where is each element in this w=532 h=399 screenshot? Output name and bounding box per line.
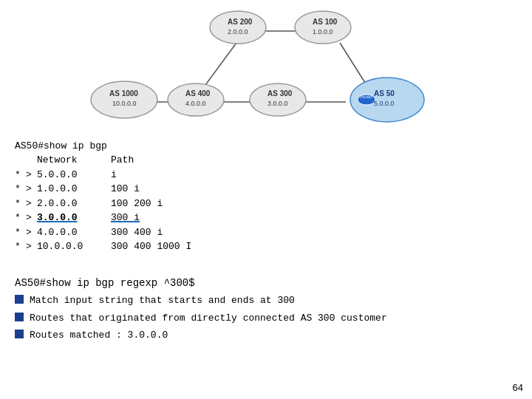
row-path: 300 400 i <box>111 225 259 240</box>
bullet-icon <box>15 295 24 304</box>
svg-line-2 <box>340 43 366 85</box>
col-header-network: Network <box>37 153 111 168</box>
row-prefix: * <box>15 225 26 240</box>
bgp-section: AS50#show ip bgp Network Path * > 5.0.0.… <box>15 140 259 254</box>
regexp-command: AS50#show ip bgp regexp ^300$ <box>15 277 387 289</box>
regexp-section: AS50#show ip bgp regexp ^300$ Match inpu… <box>15 277 387 346</box>
svg-text:AS 100: AS 100 <box>313 18 338 26</box>
bullet-text: Routes that originated from directly con… <box>30 311 387 326</box>
row-network: 5.0.0.0 <box>37 168 111 183</box>
svg-point-6 <box>210 11 266 44</box>
row-gt: > <box>26 182 37 197</box>
svg-text:4.0.0.0: 4.0.0.0 <box>185 100 206 107</box>
svg-text:AS 1000: AS 1000 <box>109 89 138 98</box>
svg-text:5.0.0.0: 5.0.0.0 <box>374 100 395 107</box>
svg-text:AS 200: AS 200 <box>228 18 253 26</box>
row-prefix: * <box>15 239 26 254</box>
row-network: 1.0.0.0 <box>37 182 111 197</box>
bullet-item: Routes matched : 3.0.0.0 <box>15 328 387 343</box>
row-path: 100 200 i <box>111 197 259 211</box>
svg-text:router: router <box>361 95 372 99</box>
row-path: 300 400 1000 I <box>111 239 259 254</box>
svg-line-1 <box>205 43 236 85</box>
row-prefix: * <box>15 182 26 197</box>
row-network: 4.0.0.0 <box>37 225 111 240</box>
bullet-icon <box>15 330 24 338</box>
row-network: 2.0.0.0 <box>37 197 111 211</box>
row-network: 3.0.0.0 <box>37 211 111 225</box>
svg-text:AS 50: AS 50 <box>374 89 395 98</box>
svg-text:10.0.0.0: 10.0.0.0 <box>112 100 137 107</box>
network-diagram: AS 200 2.0.0.0 AS 100 1.0.0.0 AS 1000 10… <box>0 0 532 140</box>
row-gt: > <box>26 239 37 254</box>
col-header-path: Path <box>111 153 259 168</box>
bullet-item: Match input string that starts and ends … <box>15 293 387 308</box>
bgp-row: * > 3.0.0.0 300 i <box>15 211 259 225</box>
bullet-text: Match input string that starts and ends … <box>30 293 295 308</box>
row-path: i <box>111 168 259 183</box>
row-path: 100 i <box>111 182 259 197</box>
bullet-item: Routes that originated from directly con… <box>15 311 387 326</box>
row-prefix: * <box>15 168 26 183</box>
svg-text:AS 300: AS 300 <box>267 89 293 98</box>
bgp-row: * > 5.0.0.0 i <box>15 168 259 183</box>
row-prefix: * <box>15 211 26 225</box>
bgp-row: * > 10.0.0.0 300 400 1000 I <box>15 239 259 254</box>
svg-text:1.0.0.0: 1.0.0.0 <box>313 28 333 35</box>
row-prefix: * <box>15 197 26 211</box>
svg-text:3.0.0.0: 3.0.0.0 <box>267 100 288 107</box>
bgp-table: Network Path * > 5.0.0.0 i * > 1.0.0.0 1… <box>15 153 259 254</box>
bgp-row: * > 4.0.0.0 300 400 i <box>15 225 259 240</box>
bullets-container: Match input string that starts and ends … <box>15 293 387 343</box>
row-network: 10.0.0.0 <box>37 239 111 254</box>
svg-text:2.0.0.0: 2.0.0.0 <box>228 28 248 35</box>
bgp-row: * > 1.0.0.0 100 i <box>15 182 259 197</box>
bgp-command: AS50#show ip bgp <box>15 140 259 151</box>
bgp-rows: * > 5.0.0.0 i * > 1.0.0.0 100 i * > 2.0.… <box>15 168 259 254</box>
svg-text:AS 400: AS 400 <box>185 89 211 98</box>
page-number: 64 <box>513 382 523 393</box>
row-gt: > <box>26 197 37 211</box>
row-gt: > <box>26 225 37 240</box>
bgp-header: Network Path <box>15 153 259 168</box>
row-path: 300 i <box>111 211 259 225</box>
bullet-text: Routes matched : 3.0.0.0 <box>30 328 168 343</box>
svg-point-9 <box>295 11 351 44</box>
row-gt: > <box>26 168 37 183</box>
bullet-icon <box>15 313 24 321</box>
bgp-row: * > 2.0.0.0 100 200 i <box>15 197 259 211</box>
row-gt: > <box>26 211 37 225</box>
